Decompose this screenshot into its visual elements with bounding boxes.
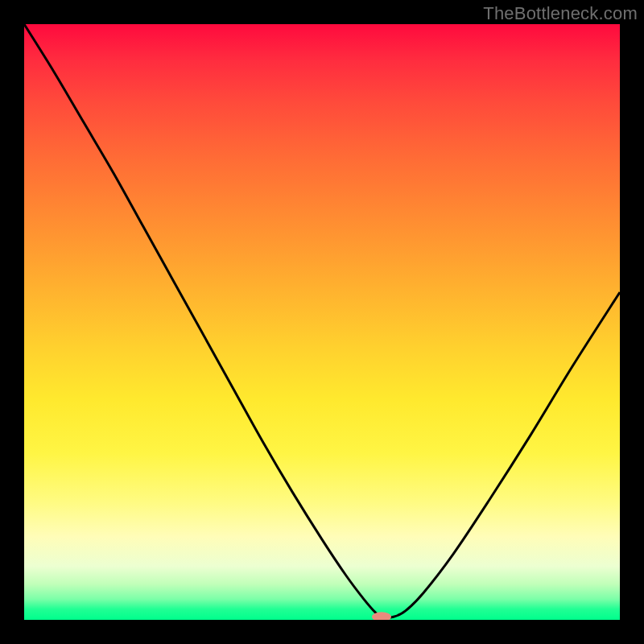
bottleneck-curve: [24, 24, 620, 620]
plot-area: [24, 24, 620, 620]
curve-line: [24, 24, 620, 617]
chart-frame: TheBottleneck.com: [0, 0, 644, 644]
watermark-text: TheBottleneck.com: [483, 3, 638, 24]
